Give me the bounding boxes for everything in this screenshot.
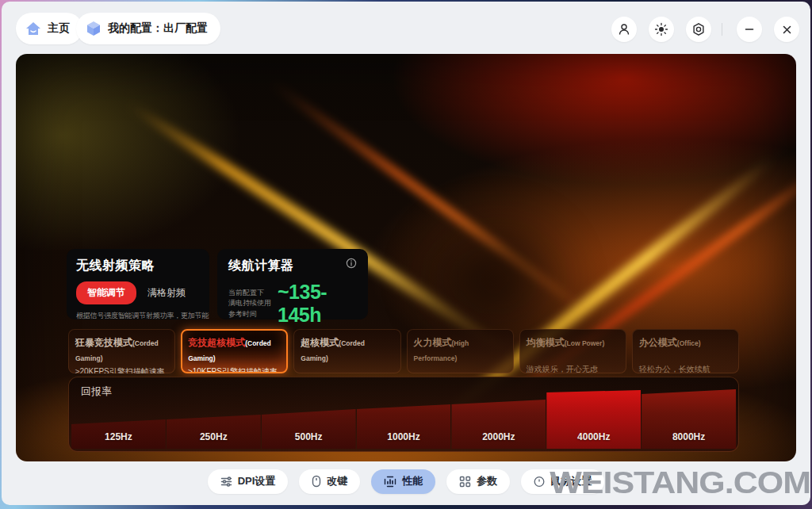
brightness-button[interactable] [649,17,674,42]
polling-option-1000hz[interactable]: 1000Hz [357,381,451,449]
mode-card-office[interactable]: 办公模式(Office) 轻松办公，长效续航 [632,329,739,373]
mode-card-esports-ultra[interactable]: 竞技超核模式(Corded Gaming) ≥10KFPS引擎扫描帧速率 全速竞… [181,329,288,373]
polling-option-500hz[interactable]: 500Hz [262,381,356,449]
rf-panel-title: 无线射频策略 [76,258,200,274]
cube-icon [86,21,102,36]
user-button[interactable] [611,17,637,42]
battery-calculator-panel: 续航计算器 当前配置下 满电持续使用 参考时间 ~135-145h [217,249,368,320]
tab-dpi-settings[interactable]: DPI设置 [208,469,289,494]
mouse-icon [312,475,321,488]
smart-adjust-button[interactable]: 智能调节 [76,281,136,304]
polling-option-4000hz[interactable]: 4000Hz [546,381,641,449]
battery-panel-title: 续航计算器 [228,258,294,274]
titlebar-divider [722,23,722,36]
mouse-settings-icon [534,476,545,488]
titlebar: 主页 我的配置：出厂配置 [2,2,810,54]
bottom-navigation: DPI设置 改键 性能 参数 鼠标设置 [2,457,810,505]
polling-option-8000hz[interactable]: 8000Hz [642,381,736,449]
performance-artwork: 无线射频策略 智能调节 满格射频 根据信号强度智能调节射频功率，更加节能 续航计… [16,54,796,461]
tab-mouse-settings[interactable]: 鼠标设置 [521,469,604,494]
tab-performance[interactable]: 性能 [371,469,435,494]
close-button[interactable] [774,17,799,42]
mode-card-firepower[interactable]: 火力模式(High Performance) 电竞游戏，轻松拿捏 [407,329,514,373]
profile-button[interactable]: 我的配置：出厂配置 [76,13,220,44]
mode-card-row: 狂暴竞技模式(Corded Gaming) ≥20KFPS引擎扫描帧速率 疾速扫… [68,329,739,373]
polling-rate-ramp: 125Hz 250Hz 500Hz 1000Hz 2000Hz 4000Hz 8… [71,381,736,449]
profile-label: 我的配置：出厂配置 [108,21,208,36]
close-icon [782,25,792,35]
brightness-icon [654,22,668,36]
tab-parameters[interactable]: 参数 [446,469,510,494]
rf-panel-desc: 根据信号强度智能调节射频功率，更加节能 [76,311,200,321]
polling-option-2000hz[interactable]: 2000Hz [451,381,546,449]
polling-option-125hz[interactable]: 125Hz [71,381,166,449]
tab-label: 性能 [402,474,423,488]
minimize-button[interactable] [737,17,762,42]
user-icon [617,22,631,36]
sliders-icon [220,476,232,488]
full-power-option[interactable]: 满格射频 [147,286,186,300]
info-icon[interactable] [346,258,357,269]
polling-rate-panel: 回报率 125Hz 250Hz 500Hz 1000Hz 2000Hz 4000… [68,377,739,452]
home-icon [25,21,41,36]
tab-label: 参数 [477,474,497,488]
home-button[interactable]: 主页 [16,13,82,44]
battery-life-value: ~135-145h [278,281,357,327]
tab-label: 鼠标设置 [550,474,592,488]
settings-button[interactable] [686,17,711,42]
battery-condition-text: 当前配置下 满电持续使用 参考时间 [228,288,271,319]
home-label: 主页 [48,21,70,36]
mode-card-rage-gaming[interactable]: 狂暴竞技模式(Corded Gaming) ≥20KFPS引擎扫描帧速率 疾速扫… [68,329,175,373]
grid-squares-icon [459,476,471,488]
minimize-icon [744,24,755,35]
mode-card-balanced[interactable]: 均衡模式(Low Power) 游戏娱乐，开心无虑 [519,329,626,373]
gear-icon [691,22,706,36]
tab-label: 改键 [327,474,347,488]
polling-option-250hz[interactable]: 250Hz [167,381,261,449]
app-window: 主页 我的配置：出厂配置 [2,2,810,505]
performance-gauge-icon [384,476,396,488]
tab-key-remap[interactable]: 改键 [299,469,360,494]
wireless-rf-panel: 无线射频策略 智能调节 满格射频 根据信号强度智能调节射频功率，更加节能 [67,249,209,320]
tab-label: DPI设置 [238,474,276,488]
mode-card-ultra-core[interactable]: 超核模式(Corded Gaming) 超核电竞，微秒响应 [293,329,400,373]
